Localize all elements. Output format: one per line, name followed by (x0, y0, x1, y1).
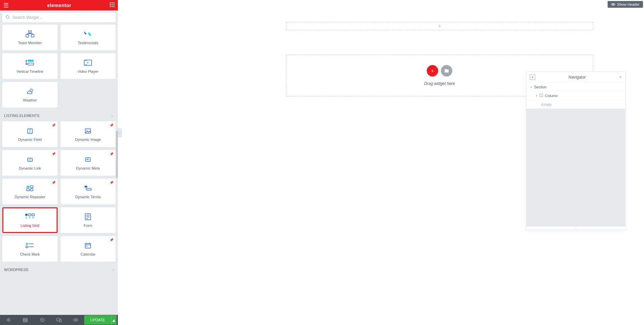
dynamic-terms-icon (83, 184, 93, 192)
caret-down-icon: ▾ (530, 85, 532, 89)
listing-grid-icon (25, 213, 35, 221)
add-section-button[interactable]: + (427, 65, 438, 77)
update-options-button[interactable]: ▴ (111, 315, 117, 325)
svg-rect-67 (23, 320, 27, 321)
widget-dynamic-image[interactable]: 📌 Dynamic Image (61, 121, 116, 147)
svg-rect-35 (27, 186, 29, 188)
svg-point-73 (613, 4, 614, 5)
widget-video-player[interactable]: Video Player (61, 53, 116, 79)
search-input[interactable] (12, 15, 112, 20)
svg-point-9 (6, 16, 9, 18)
pin-icon: 📌 (109, 123, 114, 127)
history-button[interactable] (34, 315, 51, 325)
preview-button[interactable] (67, 315, 84, 325)
svg-rect-66 (23, 318, 27, 319)
navigator-title: Navigator (535, 75, 619, 80)
svg-point-72 (75, 319, 76, 321)
navigator-panel: ▾ Navigator × ▾ Section ▾ Column Empty ⋯ (526, 71, 625, 230)
widget-team-member[interactable]: Team Member (2, 25, 58, 50)
svg-point-32 (87, 130, 88, 131)
svg-rect-56 (86, 218, 88, 219)
show-header-label: Show Header (617, 2, 640, 6)
check-mark-icon (25, 241, 35, 249)
widget-label: Dynamic Field (18, 138, 42, 142)
form-icon (83, 213, 93, 221)
plus-icon: + (438, 23, 441, 29)
svg-point-25 (85, 60, 86, 61)
section-listing-elements[interactable]: LISTING ELEMENTS ⌄ (2, 110, 116, 121)
widget-vertical-timeline[interactable]: Vertical Timeline (2, 53, 58, 79)
svg-point-22 (26, 63, 27, 65)
svg-rect-45 (32, 214, 34, 216)
svg-rect-3 (110, 4, 111, 5)
widget-calendar[interactable]: 📌 Calendar (61, 236, 116, 262)
pin-icon: 📌 (109, 238, 114, 242)
panel-header: ☰ elementor (0, 0, 118, 10)
show-header-button[interactable]: Show Header (608, 1, 643, 8)
svg-rect-68 (23, 321, 27, 322)
search-icon (6, 15, 10, 20)
svg-point-26 (86, 60, 87, 61)
svg-rect-44 (29, 214, 31, 216)
svg-rect-13 (26, 34, 29, 37)
pin-icon: 📌 (52, 181, 56, 184)
video-player-icon (83, 59, 93, 67)
widgets-grid-icon[interactable] (110, 2, 115, 8)
widget-dynamic-field[interactable]: 📌 Dynamic Field (2, 121, 58, 147)
update-button[interactable]: UPDATE (84, 315, 111, 325)
elementor-panel: ☰ elementor Team Member Testimonials (0, 0, 118, 325)
svg-rect-33 (28, 158, 32, 161)
svg-point-21 (26, 60, 27, 61)
svg-point-28 (86, 64, 87, 65)
svg-line-10 (8, 18, 9, 19)
svg-rect-6 (110, 6, 111, 7)
navigator-button[interactable] (17, 315, 34, 325)
panel-collapse-button[interactable]: ‹ (118, 128, 122, 138)
chevron-right-icon: › (112, 267, 114, 272)
dynamic-meta-icon (83, 155, 93, 164)
section-wordpress[interactable]: WORDPRESS › (2, 264, 116, 275)
svg-rect-4 (111, 4, 112, 5)
navigator-dock-icon[interactable]: ▾ (530, 75, 535, 80)
section-title: LISTING ELEMENTS (4, 114, 39, 118)
add-section-bar[interactable]: + (286, 22, 593, 30)
navigator-item-label: Column (545, 94, 558, 98)
widget-weather[interactable]: Weather (2, 82, 58, 108)
testimonials-icon (83, 30, 93, 38)
widget-form[interactable]: Form (61, 207, 116, 233)
widget-dynamic-repeater[interactable]: 📌 Dynamic Repeater (2, 179, 58, 204)
caret-down-icon: ▾ (536, 94, 538, 97)
widget-label: Vertical Timeline (17, 69, 43, 73)
widget-testimonials[interactable]: Testimonials (61, 25, 116, 50)
svg-rect-5 (114, 4, 115, 5)
navigator-item-section[interactable]: ▾ Section (526, 83, 625, 91)
responsive-button[interactable] (51, 315, 67, 325)
svg-rect-71 (59, 319, 61, 322)
editor-canvas: Show Header + + Drag widget here ▾ Navig… (118, 0, 644, 325)
widget-dynamic-link[interactable]: 📌 Dynamic Link (2, 150, 58, 176)
widget-check-mark[interactable]: Check Mark (2, 236, 58, 262)
svg-rect-40 (87, 188, 91, 190)
widget-dynamic-meta[interactable]: 📌 Dynamic Meta (61, 150, 116, 176)
widget-dynamic-terms[interactable]: 📌 Dynamic Terms (61, 179, 116, 204)
svg-rect-36 (30, 186, 33, 188)
svg-rect-43 (25, 214, 28, 216)
widget-label: Form (84, 224, 92, 228)
navigator-item-column[interactable]: ▾ Column (526, 91, 625, 100)
svg-rect-57 (26, 243, 28, 245)
add-template-button[interactable] (441, 65, 452, 77)
widget-listing-grid[interactable]: Listing Grid (2, 207, 58, 233)
close-icon[interactable]: × (619, 75, 622, 80)
svg-rect-65 (86, 246, 87, 247)
settings-button[interactable] (0, 315, 17, 325)
widget-label: Listing Grid (21, 224, 39, 228)
dynamic-image-icon (83, 127, 93, 135)
navigator-item-empty: Empty (526, 100, 625, 109)
menu-icon[interactable]: ☰ (3, 2, 9, 9)
svg-rect-8 (114, 6, 115, 7)
navigator-resize-handle[interactable]: ⋯ (526, 226, 625, 230)
weather-icon (25, 87, 35, 95)
widget-label: Check Mark (20, 252, 40, 256)
navigator-header: ▾ Navigator × (526, 72, 625, 83)
widget-label: Video Player (77, 69, 98, 73)
